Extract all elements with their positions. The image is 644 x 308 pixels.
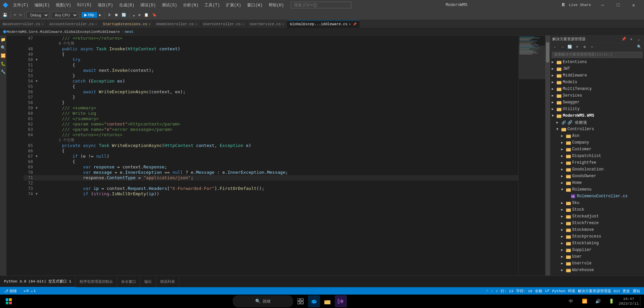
tree-item-customer[interactable]: ▶Customer xyxy=(550,146,644,153)
tree-item-stockprocess[interactable]: ▶Stockprocess xyxy=(550,233,644,240)
sol-more-btn[interactable]: ⋯ xyxy=(589,44,595,50)
bottom-tab-command[interactable]: 命令窗口 xyxy=(117,276,140,287)
tree-item-middleware[interactable]: ▶Middleware xyxy=(550,72,644,79)
tree-expand-arrow[interactable]: ▶ xyxy=(561,147,566,151)
tree-item-rolemenu[interactable]: ▼Rolemenu xyxy=(550,186,644,193)
menu-file[interactable]: 文件(F) xyxy=(10,2,31,9)
tab-close[interactable]: ✕ xyxy=(282,22,284,26)
status-selection[interactable]: 全格 xyxy=(534,289,544,294)
tree-item-swagger[interactable]: ▶Swagger xyxy=(550,99,644,106)
tree-item-rolemenucontroller.cs[interactable]: C#RolemenuController.cs xyxy=(550,193,644,200)
tree-item-stockfreeze[interactable]: ▶Stockfreeze xyxy=(550,220,644,226)
sol-search-input[interactable] xyxy=(552,52,643,58)
taskbar-network[interactable]: 📶 xyxy=(579,295,591,307)
tree-item-company[interactable]: ▶Company xyxy=(550,139,644,146)
tree-item-home[interactable]: ▶Home xyxy=(550,179,644,186)
menu-analyze[interactable]: 分析(N) xyxy=(180,2,201,9)
menu-git[interactable]: Git(G) xyxy=(75,2,94,8)
status-check[interactable]: ✓ xyxy=(495,289,500,293)
status-python-env[interactable]: Python 环境 xyxy=(551,289,576,294)
tree-item-stockmove[interactable]: ▶Stockmove xyxy=(550,226,644,233)
toolbar-extra6[interactable]: 📋 xyxy=(143,12,150,18)
run-button[interactable]: ▶ http xyxy=(82,12,97,18)
tree-item-userrole[interactable]: ▶Userrole xyxy=(550,260,644,267)
tree-item-stock[interactable]: ▶Stock xyxy=(550,206,644,213)
tree-item-supplier[interactable]: ▶Supplier xyxy=(550,247,644,253)
toolbar-extra7[interactable]: 🔖 xyxy=(151,12,158,18)
tab-close[interactable]: ✕ xyxy=(148,22,150,26)
tree-expand-arrow[interactable]: ▶ xyxy=(561,208,566,212)
tree-item-modernwms.wms[interactable]: ▼ModernWMS.WMS xyxy=(550,112,644,119)
toolbar-extra4[interactable]: ☁ xyxy=(131,12,136,18)
taskbar-search[interactable]: 🔍 就绪 xyxy=(233,295,293,307)
pin-icon[interactable]: 📌 xyxy=(353,22,357,26)
status-encoding[interactable]: LF xyxy=(544,289,551,293)
tree-expand-arrow[interactable]: ▶ xyxy=(561,201,566,205)
tab-account-controller[interactable]: AccountController.cs ✕ xyxy=(47,20,100,28)
sol-search-btn[interactable]: 🔍 xyxy=(636,44,643,50)
code-editor[interactable]: 47 /// <returns></returns> 0 个引用 48 publ… xyxy=(7,36,550,275)
cpu-config-dropdown[interactable]: Any CPU xyxy=(51,12,78,18)
taskbar-datetime[interactable]: 16:47 2023/2/11 xyxy=(619,297,639,306)
menu-build[interactable]: 生成(B) xyxy=(117,2,137,9)
title-search[interactable] xyxy=(291,2,351,8)
menu-debug[interactable]: 调试(D) xyxy=(138,2,158,9)
tree-item-goodslocation[interactable]: ▶Goodslocation xyxy=(550,166,644,173)
tree-expand-arrow[interactable]: ▶ xyxy=(552,100,556,104)
tab-global-exception[interactable]: GlobalExcep...iddleware.cs ✕ 📌 xyxy=(287,20,360,28)
debug-config-dropdown[interactable]: Debug xyxy=(27,12,49,18)
tree-item-multitenancy[interactable]: ▶MultiTenancy xyxy=(550,86,644,92)
debug-icon[interactable]: 🐛 xyxy=(1,61,6,66)
extensions-icon[interactable]: 🔧 xyxy=(1,69,6,74)
tab-user-controller[interactable]: UserController.cs ✕ xyxy=(200,20,247,28)
tree-item-user[interactable]: ▶User xyxy=(550,253,644,260)
tree-expand-arrow[interactable]: ▶ xyxy=(561,235,566,239)
menu-extensions[interactable]: 扩展(X) xyxy=(223,2,244,9)
tree-expand-arrow[interactable]: ▶ xyxy=(561,214,566,218)
undo-btn[interactable]: ↩ xyxy=(12,12,17,18)
status-col[interactable]: 字符: 19 xyxy=(515,289,534,294)
tree-item-jwt[interactable]: ▶JWT xyxy=(550,65,644,72)
sol-settings-btn[interactable]: ⚙ xyxy=(581,44,588,50)
menu-edit[interactable]: 编辑(E) xyxy=(32,2,53,9)
tab-user-service[interactable]: UserService.cs ✕ xyxy=(247,20,287,28)
tree-expand-arrow[interactable]: ▶ xyxy=(561,154,566,158)
status-row[interactable]: 行: 13 xyxy=(499,289,514,294)
toolbar-extra3[interactable]: 🔄 xyxy=(120,12,128,18)
taskbar-explorer[interactable] xyxy=(321,295,333,307)
tree-expand-arrow[interactable]: ▶ xyxy=(561,228,566,232)
tree-expand-arrow[interactable]: ▼ xyxy=(556,127,561,131)
minimize-button[interactable]: — xyxy=(595,0,610,10)
status-notification[interactable]: 通知 xyxy=(631,289,641,294)
tree-expand-arrow[interactable]: ▶ xyxy=(561,167,566,171)
taskbar-task-view[interactable] xyxy=(294,295,307,307)
maximize-button[interactable]: □ xyxy=(610,0,626,10)
tree-item-stockadjust[interactable]: ▶Stockadjust xyxy=(550,213,644,220)
status-down-arrow[interactable]: ↓ xyxy=(490,289,495,293)
tree-expand-arrow[interactable]: ▶ xyxy=(552,60,556,64)
status-git-changes[interactable]: Git 更改 xyxy=(612,289,631,294)
tree-item-models[interactable]: ▶Models xyxy=(550,79,644,86)
breadcrumb-next[interactable]: next xyxy=(125,30,133,34)
git-branch[interactable]: ⎇ 就绪 xyxy=(3,289,18,294)
sol-filter-btn[interactable]: ▽ xyxy=(574,44,581,50)
bottom-tab-interactive[interactable]: Python 3.9 (64-bit) 交互式窗口 1 xyxy=(0,276,76,287)
status-up-arrow[interactable]: ↑ xyxy=(485,289,490,293)
taskbar-edge[interactable] xyxy=(308,295,320,307)
tree-expand-arrow[interactable]: ▶ xyxy=(552,73,556,78)
tree-expand-arrow[interactable]: ▶ xyxy=(561,241,566,245)
tree-item-extentions[interactable]: ▶Extentions xyxy=(550,59,644,65)
tree-expand-arrow[interactable]: ▶ xyxy=(561,255,566,259)
tree-item-asn[interactable]: ▶Asn xyxy=(550,133,644,139)
error-indicator[interactable]: ✕ 0 ⚠ 1 xyxy=(22,289,37,293)
sol-back-btn[interactable]: ← xyxy=(552,44,558,50)
tree-expand-arrow[interactable]: ▶ xyxy=(561,134,566,138)
tree-item-controllers[interactable]: ▼Controllers xyxy=(550,126,644,133)
start-button[interactable] xyxy=(3,295,15,307)
toolbar-extra5[interactable]: ⚙ xyxy=(137,12,142,18)
tree-item-warehouse[interactable]: ▶Warehouse xyxy=(550,267,644,273)
taskbar-vs[interactable] xyxy=(335,295,347,307)
menu-window[interactable]: 窗口(W) xyxy=(244,2,265,9)
menu-tools[interactable]: 工具(T) xyxy=(202,2,223,9)
search-icon[interactable]: 🔍 xyxy=(1,45,6,50)
